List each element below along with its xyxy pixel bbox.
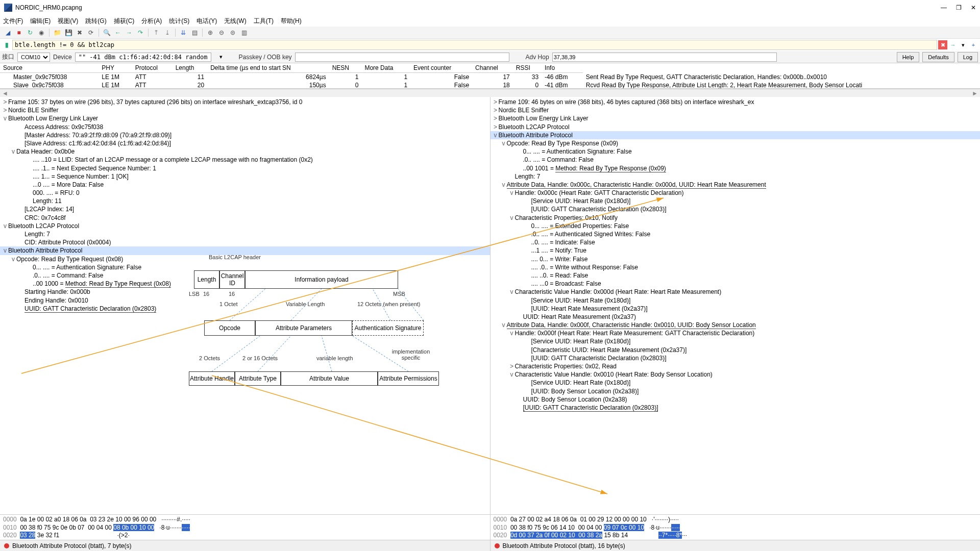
column-header[interactable]: More Data xyxy=(361,63,410,73)
tree-node[interactable]: [Service UUID: Heart Rate (0x180d)] xyxy=(491,296,981,305)
tree-node[interactable]: CRC: 0x7c4c8f xyxy=(0,214,490,222)
jump-icon[interactable]: ↷ xyxy=(136,28,145,37)
tree-node[interactable]: vOpcode: Read By Type Request (0x08) xyxy=(0,255,490,263)
tree-node[interactable]: [UUID: Heart Rate Measurement (0x2a37)] xyxy=(491,305,981,313)
tree-node[interactable]: .0.. .... = Command: False xyxy=(491,156,981,164)
menu-item[interactable]: 分析(A) xyxy=(141,17,162,26)
find-icon[interactable]: 🔍 xyxy=(102,28,111,37)
tree-node[interactable]: CID: Attribute Protocol (0x0004) xyxy=(0,238,490,246)
tree-node[interactable]: Length: 7 xyxy=(491,172,981,181)
autoscroll-icon[interactable]: ⇊ xyxy=(179,28,188,37)
column-header[interactable]: Event counter xyxy=(410,63,472,73)
column-header[interactable]: Protocol xyxy=(132,63,173,73)
tree-node[interactable]: .... .1.. = Next Expected Sequence Numbe… xyxy=(0,164,490,172)
zoom-out-icon[interactable]: ⊖ xyxy=(217,28,226,37)
tree-node[interactable]: [UUID: GATT Characteristic Declaration (… xyxy=(491,404,981,412)
tree-node[interactable]: ...1 .... = Notify: True xyxy=(491,246,981,255)
hex-view[interactable]: 0000 0a 1e 00 02 a0 18 06 0a 03 23 2e 10… xyxy=(0,514,980,540)
menu-item[interactable]: 帮助(H) xyxy=(281,17,302,26)
tree-node[interactable]: [Slave Address: c1:f6:ad:42:0d:84 (c1:f6… xyxy=(0,139,490,147)
options-icon[interactable]: ◉ xyxy=(37,28,46,37)
tree-node[interactable]: 0... .... = Authentication Signature: Fa… xyxy=(491,147,981,156)
tree-node[interactable]: [Service UUID: Heart Rate (0x180d)] xyxy=(491,197,981,205)
tree-node[interactable]: .... 0... = Write: False xyxy=(491,255,981,263)
filter-apply-icon[interactable]: → xyxy=(948,40,958,49)
defaults-button[interactable]: Defaults xyxy=(922,52,954,62)
tree-node[interactable]: .... ..10 = LLID: Start of an L2CAP mess… xyxy=(0,156,490,164)
table-row[interactable]: Master_0x9c75f038LE 1MATT116824µs11False… xyxy=(0,73,980,82)
tree-node[interactable]: vBluetooth Attribute Protocol xyxy=(491,131,981,139)
filter-add-icon[interactable]: + xyxy=(969,40,978,49)
tree-node[interactable]: vBluetooth Attribute Protocol xyxy=(0,246,490,255)
menu-item[interactable]: 工具(T) xyxy=(254,17,274,26)
open-file-icon[interactable]: 📁 xyxy=(53,28,62,37)
packet-details-right[interactable]: >Frame 109: 46 bytes on wire (368 bits),… xyxy=(490,97,981,514)
goto-first-icon[interactable]: ⤒ xyxy=(152,28,161,37)
tree-node[interactable]: .0.. .... = Authenticated Signed Writes:… xyxy=(491,230,981,238)
filter-dropdown-icon[interactable]: ▾ xyxy=(959,40,968,49)
packet-list[interactable]: SourcePHYProtocolLengthDelta time (µs en… xyxy=(0,63,980,89)
tree-node[interactable]: vBluetooth L2CAP Protocol xyxy=(0,222,490,230)
column-header[interactable]: Source xyxy=(0,63,99,73)
hex-left[interactable]: 0000 0a 1e 00 02 a0 18 06 0a 03 23 2e 10… xyxy=(0,515,490,540)
tree-node[interactable]: [Service UUID: Heart Rate (0x180d)] xyxy=(491,337,981,345)
save-file-icon[interactable]: 💾 xyxy=(64,28,73,37)
menu-item[interactable]: 视图(V) xyxy=(58,17,78,26)
tree-node[interactable]: >Nordic BLE Sniffer xyxy=(491,106,981,114)
maximize-button[interactable]: ❐ xyxy=(956,4,962,11)
hex-right[interactable]: 0000 0a 27 00 02 a4 18 06 0a 01 00 29 12… xyxy=(490,515,981,540)
menu-item[interactable]: 编辑(E) xyxy=(30,17,51,26)
filter-clear-icon[interactable]: ✖ xyxy=(938,40,947,49)
tree-node[interactable]: .... .0.. = Write without Response: Fals… xyxy=(491,263,981,271)
resize-cols-icon[interactable]: ▥ xyxy=(239,28,249,37)
tree-node[interactable]: 000. .... = RFU: 0 xyxy=(0,189,490,197)
tree-node[interactable]: 0... .... = Authentication Signature: Fa… xyxy=(0,263,490,271)
advhop-input[interactable] xyxy=(552,53,777,62)
prev-icon[interactable]: ← xyxy=(113,28,122,37)
tree-node[interactable]: >Characteristic Properties: 0x02, Read xyxy=(491,362,981,370)
tree-node[interactable]: ..0. .... = Indicate: False xyxy=(491,238,981,246)
tree-node[interactable]: [UUID: Body Sensor Location (0x2a38)] xyxy=(491,387,981,395)
close-file-icon[interactable]: ✖ xyxy=(75,28,84,37)
tree-node[interactable]: Length: 11 xyxy=(0,197,490,205)
tree-node[interactable]: vData Header: 0x0b0e xyxy=(0,147,490,156)
column-header[interactable]: Delta time (µs end to start SN xyxy=(207,63,329,73)
tree-node[interactable]: vHandle: 0x000c (Heart Rate: GATT Charac… xyxy=(491,189,981,197)
tree-node[interactable]: ..00 1000 = Method: Read By Type Request… xyxy=(0,280,490,288)
tree-node[interactable]: >Nordic BLE Sniffer xyxy=(0,106,490,114)
zoom-reset-icon[interactable]: ⊜ xyxy=(228,28,237,37)
restart-capture-icon[interactable]: ↻ xyxy=(26,28,35,37)
tree-node[interactable]: Ending Handle: 0x0010 xyxy=(0,296,490,305)
tree-node[interactable]: >Bluetooth L2CAP Protocol xyxy=(491,123,981,131)
tree-node[interactable]: Length: 7 xyxy=(0,230,490,238)
filter-bookmark-icon[interactable]: ▮ xyxy=(2,40,11,49)
tree-node[interactable]: vCharacteristic Properties: 0x10, Notify xyxy=(491,214,981,222)
packet-list-scrollbar[interactable]: ◄► xyxy=(0,89,980,97)
table-row[interactable]: Slave_0x9c75f038LE 1MATT20150µs01False18… xyxy=(0,81,980,89)
tree-node[interactable]: UUID: Heart Rate Measurement (0x2a37) xyxy=(491,313,981,321)
expert-info-icon[interactable] xyxy=(4,543,9,548)
tree-node[interactable]: UUID: Body Sensor Location (0x2a38) xyxy=(491,395,981,404)
tree-node[interactable]: [Service UUID: Heart Rate (0x180d)] xyxy=(491,379,981,387)
tree-node[interactable]: UUID: GATT Characteristic Declaration (0… xyxy=(0,305,490,313)
tree-node[interactable]: [L2CAP Index: 14] xyxy=(0,205,490,213)
tree-node[interactable]: vAttribute Data, Handle: 0x000c, Charact… xyxy=(491,181,981,189)
menu-item[interactable]: 统计(S) xyxy=(169,17,189,26)
passkey-input[interactable] xyxy=(295,53,509,62)
tree-node[interactable]: [Characteristic UUID: Heart Rate Measure… xyxy=(491,346,981,354)
column-header[interactable]: RSSI xyxy=(513,63,542,73)
tree-node[interactable]: vOpcode: Read By Type Response (0x09) xyxy=(491,139,981,147)
tree-node[interactable]: [UUID: GATT Characteristic Declaration (… xyxy=(491,205,981,213)
expert-info-icon[interactable] xyxy=(495,543,500,548)
reload-icon[interactable]: ⟳ xyxy=(86,28,95,37)
tree-node[interactable]: >Frame 109: 46 bytes on wire (368 bits),… xyxy=(491,98,981,106)
column-header[interactable]: PHY xyxy=(99,63,132,73)
tree-node[interactable]: .... 1... = Sequence Number: 1 [OK] xyxy=(0,172,490,181)
tree-node[interactable]: vAttribute Data, Handle: 0x000f, Charact… xyxy=(491,321,981,329)
tree-node[interactable]: >Bluetooth Low Energy Link Layer xyxy=(491,114,981,122)
column-header[interactable]: Length xyxy=(173,63,207,73)
tree-node[interactable]: vCharacteristic Value Handle: 0x000d (He… xyxy=(491,288,981,296)
log-button[interactable]: Log xyxy=(958,52,978,62)
column-header[interactable]: Channel xyxy=(472,63,513,73)
tree-node[interactable]: vBluetooth Low Energy Link Layer xyxy=(0,114,490,122)
